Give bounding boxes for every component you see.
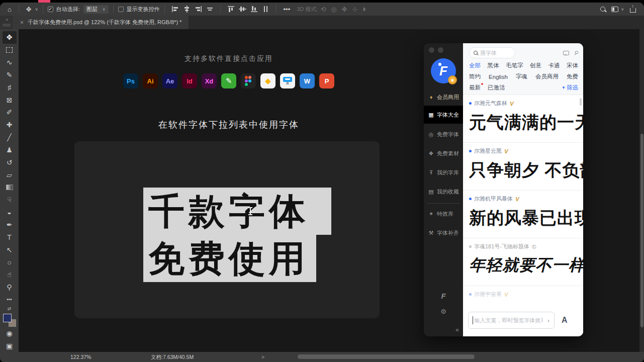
vertical-scrollbar-thumb[interactable]	[640, 134, 643, 327]
font-list[interactable]: 尔雅元气森林 V 元气满满的一天 尔雅星云黑 V	[463, 95, 583, 336]
font-size-button[interactable]: A	[562, 316, 568, 325]
font-search-box[interactable]	[469, 47, 515, 58]
window-control-minimize[interactable]	[438, 47, 443, 53]
canvas-area[interactable]: 支持多软件直接点击应用 Ps Ai Ae Id Xd ✎	[19, 29, 644, 352]
crop-tool[interactable]: ♯	[3, 81, 17, 94]
close-tab-icon[interactable]: ×	[20, 19, 24, 26]
healing-brush-tool[interactable]: ✚	[3, 119, 17, 131]
font-list-item[interactable]: 尔雅元气森林 V 元气满满的一天	[463, 95, 583, 143]
category-zihun[interactable]: 字魂	[516, 73, 527, 80]
sidebar-item-my-favorites[interactable]: ▤ 我的收藏	[424, 184, 463, 199]
show-transform-checkbox[interactable]	[118, 7, 124, 12]
category-english[interactable]: English	[489, 74, 508, 80]
pen-tool[interactable]: ✒	[3, 219, 17, 231]
pin-icon[interactable]: ⚲	[573, 49, 580, 56]
lasso-tool[interactable]: ∿	[3, 56, 17, 69]
sidebar-item-all-fonts[interactable]: ▦ 字体大全	[424, 106, 463, 124]
align-bottom-icon[interactable]	[250, 6, 258, 13]
sidebar-item-my-fonts[interactable]: Ŧ 我的字库	[424, 165, 463, 180]
category-minimal[interactable]: 简约	[469, 73, 481, 80]
font-list-item[interactable]: 尔雅机甲风暴体 V 新的风暴已出现	[463, 191, 583, 238]
auto-select-checkbox[interactable]: ✓	[48, 7, 53, 12]
list-scrollbar-thumb[interactable]	[580, 98, 582, 106]
swap-colors-icon[interactable]: ⇄	[8, 306, 12, 312]
folder-icon: ▤	[428, 189, 434, 195]
more-options-icon[interactable]: •••	[281, 6, 293, 13]
preview-text-box[interactable]: ›	[468, 312, 555, 329]
feedback-icon[interactable]	[563, 51, 569, 55]
path-selection-tool[interactable]: ↖	[3, 243, 17, 256]
category-brush[interactable]: 毛笔字	[506, 62, 523, 69]
category-songti[interactable]: 宋体	[567, 62, 578, 69]
edit-toolbar-icon[interactable]: •••	[3, 294, 17, 306]
gradient-tool[interactable]	[3, 181, 17, 194]
collapse-panel-icon[interactable]: «	[455, 326, 459, 333]
screen-mode-button[interactable]: ▣	[3, 339, 17, 352]
filter-button[interactable]: ▼ 筛选	[562, 84, 578, 92]
type-icon: Ŧ	[428, 169, 434, 175]
vertical-scrollbar[interactable]	[639, 29, 644, 352]
dodge-tool[interactable]: ◒	[3, 206, 17, 219]
marquee-tool[interactable]	[3, 44, 17, 56]
preview-text-input[interactable]	[474, 317, 543, 323]
filter-activated[interactable]: 已激活	[488, 84, 505, 92]
align-top-icon[interactable]	[227, 6, 235, 13]
chevron-down-icon[interactable]: ∨	[35, 7, 38, 12]
workspace-icon[interactable]	[611, 7, 618, 12]
expand-dock-icon[interactable]: »	[6, 17, 8, 22]
distribute-h-icon[interactable]	[206, 6, 214, 13]
font-list-item[interactable]: 尔雅星云黑 V 只争朝夕 不负韶华	[463, 143, 583, 191]
document-tab[interactable]: × 千款字体免费使用.psd @ 122% (千款字体 免费使用, RGB/8*…	[13, 16, 189, 29]
align-right-icon[interactable]	[195, 6, 202, 13]
home-icon[interactable]: ⌂	[5, 6, 14, 13]
quick-mask-button[interactable]: ◉	[3, 327, 17, 339]
type-tool[interactable]: T	[3, 231, 17, 244]
chevron-down-icon[interactable]: ∨	[621, 7, 624, 12]
share-icon[interactable]	[630, 8, 636, 13]
font-list-item[interactable]: 字魂181号-飞驰标题体 © 年轻就要不一样	[463, 238, 583, 286]
brush-tool[interactable]: ╱	[3, 131, 17, 144]
left-dock-collapsed[interactable]: »	[0, 16, 13, 29]
zoom-tool[interactable]: ⚲	[3, 281, 17, 294]
sort-latest[interactable]: 最新	[469, 84, 481, 92]
search-icon[interactable]	[600, 7, 605, 12]
settings-gear-icon[interactable]: ⚙	[424, 308, 463, 315]
font-search-input[interactable]	[480, 50, 509, 56]
shape-tool[interactable]: ○	[3, 256, 17, 268]
eraser-tool[interactable]: ▱	[3, 168, 17, 181]
hand-tool[interactable]: ☝	[3, 268, 17, 281]
align-center-h-icon[interactable]	[183, 6, 191, 13]
clone-stamp-tool[interactable]: ♟	[3, 144, 17, 156]
chevron-right-icon[interactable]: ›	[547, 317, 549, 324]
zoom-level[interactable]: 122.37%	[70, 354, 91, 360]
align-left-icon[interactable]	[171, 6, 179, 13]
sidebar-item-vip-commercial[interactable]: ♦ 会员商用	[424, 89, 463, 105]
distribute-v-icon[interactable]	[262, 6, 269, 13]
category-all[interactable]: 全部	[469, 62, 481, 69]
foreground-color-swatch[interactable]	[3, 314, 12, 322]
sidebar-item-free-fonts[interactable]: ◎ 免费字体	[424, 127, 463, 142]
move-tool-icon[interactable]: ✥	[24, 6, 34, 13]
history-brush-tool[interactable]: ↺	[3, 156, 17, 168]
color-swatches[interactable]	[3, 314, 16, 327]
eyedropper-tool[interactable]: ✐	[3, 106, 17, 119]
sidebar-item-effects-library[interactable]: ✶ 特效库	[424, 206, 463, 221]
window-control-close[interactable]	[429, 47, 434, 53]
move-tool[interactable]: ✥	[3, 31, 17, 44]
category-free[interactable]: 免费	[567, 73, 578, 80]
free-circle-icon: ◎	[428, 131, 434, 138]
category-heiti[interactable]: 黑体	[488, 62, 499, 69]
frame-tool[interactable]: ⊠	[3, 94, 17, 106]
auto-select-dropdown[interactable]: 图层 ∨	[83, 5, 109, 14]
category-creative[interactable]: 创意	[530, 62, 541, 69]
smudge-tool[interactable]: ☟	[3, 194, 17, 206]
align-middle-icon[interactable]	[239, 6, 246, 13]
sidebar-item-free-assets[interactable]: ❖ 免费素材	[424, 146, 463, 161]
horizontal-scrollbar-thumb[interactable]	[298, 354, 475, 359]
category-vip-commercial[interactable]: 会员商用	[535, 73, 559, 80]
status-chevron-icon[interactable]: >	[261, 354, 264, 360]
filter-label: 筛选	[567, 84, 578, 92]
sidebar-item-font-completion[interactable]: ⚒ 字体补齐	[424, 225, 463, 240]
category-cartoon[interactable]: 卡通	[548, 62, 560, 69]
quick-selection-tool[interactable]: ✎	[3, 69, 17, 81]
